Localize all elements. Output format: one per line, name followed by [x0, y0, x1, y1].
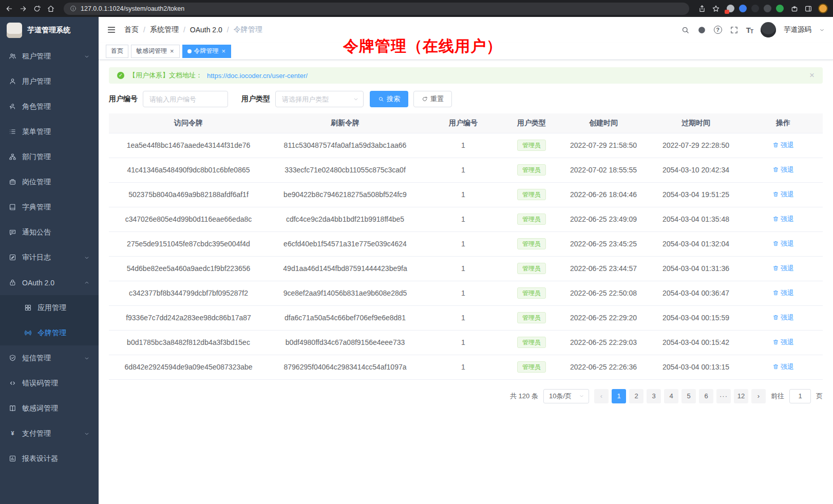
next-page-button[interactable]: › — [751, 389, 766, 403]
force-logout-button[interactable]: 强退 — [772, 338, 794, 347]
force-logout-button[interactable]: 强退 — [772, 313, 794, 322]
sidebar-item-label: 用户管理 — [22, 77, 90, 86]
table-row: 1ea5e44f8bc1467aaede43144f31de76811c5304… — [109, 133, 823, 158]
force-logout-label: 强退 — [781, 288, 794, 298]
page-button[interactable]: 3 — [647, 389, 661, 403]
alert-link[interactable]: https://doc.iocoder.cn/user-center/ — [207, 72, 308, 80]
chevron-up-icon — [84, 280, 90, 286]
page-button[interactable]: 5 — [681, 389, 696, 403]
extension-icon[interactable] — [739, 5, 747, 12]
user-id-input[interactable] — [143, 91, 228, 107]
users-icon — [9, 52, 16, 60]
chevron-down-icon[interactable] — [819, 27, 825, 33]
sidebar-item[interactable]: 菜单管理 — [0, 119, 99, 144]
sidebar-item[interactable]: 部门管理 — [0, 144, 99, 169]
sidebar-item[interactable]: 岗位管理 — [0, 169, 99, 195]
reset-button[interactable]: 重置 — [413, 91, 452, 107]
force-logout-label: 强退 — [781, 313, 794, 322]
sidebar-menu: 租户管理用户管理角色管理菜单管理部门管理岗位管理字典管理通知公告审计日志OAut… — [0, 44, 99, 471]
notice-icon — [9, 228, 16, 236]
help-icon[interactable]: ? — [714, 26, 722, 34]
bookmark-star-button[interactable] — [712, 5, 720, 13]
force-logout-button[interactable]: 强退 — [772, 190, 794, 199]
tab[interactable]: 敏感词管理× — [131, 45, 180, 58]
back-button[interactable] — [5, 5, 13, 13]
github-icon[interactable] — [697, 26, 706, 34]
expire-time-cell: 2054-03-04 01:35:48 — [648, 207, 744, 231]
breadcrumb-item[interactable]: 系统管理 — [150, 25, 179, 34]
user-type-tag: 管理员 — [517, 189, 546, 200]
side-panel-button[interactable] — [804, 5, 812, 13]
force-logout-button[interactable]: 强退 — [772, 165, 794, 175]
create-time-cell: 2022-06-25 22:26:36 — [559, 355, 648, 379]
sidebar-item-label: 岗位管理 — [22, 178, 90, 187]
sidebar-item[interactable]: 用户管理 — [0, 69, 99, 94]
sidebar-item[interactable]: ¥支付管理 — [0, 421, 99, 446]
tab[interactable]: 首页 — [106, 45, 128, 58]
app-logo[interactable]: 芋道管理系统 — [0, 17, 99, 44]
force-logout-button[interactable]: 强退 — [772, 215, 794, 224]
user-type-select[interactable] — [275, 91, 364, 107]
search-icon[interactable] — [681, 26, 690, 34]
extension-icon[interactable] — [776, 5, 784, 12]
force-logout-button[interactable]: 强退 — [772, 264, 794, 273]
more-pages-button[interactable]: ··· — [716, 389, 731, 403]
breadcrumb-separator: / — [227, 26, 229, 34]
sidebar-item[interactable]: OAuth 2.0 — [0, 270, 99, 295]
tab-label: 令牌管理 — [194, 47, 219, 55]
extension-icon[interactable] — [751, 5, 759, 12]
browser-profile-avatar[interactable] — [818, 4, 828, 13]
user-name[interactable]: 芋道源码 — [784, 25, 811, 34]
address-bar[interactable]: 127.0.0.1:1024/system/oauth2/token — [64, 3, 689, 15]
hamburger-icon[interactable] — [107, 25, 116, 34]
reload-button[interactable] — [33, 5, 41, 13]
goto-page-input[interactable] — [789, 389, 811, 403]
sidebar-item[interactable]: 字典管理 — [0, 195, 99, 220]
breadcrumb-item[interactable]: 首页 — [124, 25, 139, 34]
page-size-select[interactable]: 10条/页 — [543, 389, 589, 403]
sidebar-item[interactable]: 应用管理 — [0, 295, 99, 320]
force-logout-button[interactable]: 强退 — [772, 141, 794, 150]
force-logout-button[interactable]: 强退 — [772, 288, 794, 298]
tab-close-icon[interactable]: × — [169, 48, 175, 54]
alert-close-icon[interactable]: × — [809, 70, 815, 81]
sidebar-item[interactable]: 敏感词管理 — [0, 396, 99, 421]
extensions-puzzle-button[interactable] — [790, 5, 799, 13]
page-button[interactable]: 4 — [664, 389, 678, 403]
force-logout-button[interactable]: 强退 — [772, 362, 794, 372]
sidebar-item[interactable]: 错误码管理 — [0, 371, 99, 396]
share-button[interactable] — [698, 5, 706, 13]
breadcrumb-item[interactable]: OAuth 2.0 — [190, 26, 222, 34]
token-table: 访问令牌刷新令牌用户编号用户类型创建时间过期时间操作 1ea5e44f8bc14… — [109, 113, 823, 380]
forward-button[interactable] — [19, 5, 27, 13]
force-logout-button[interactable]: 强退 — [772, 239, 794, 248]
sidebar-item-label: 敏感词管理 — [22, 404, 90, 413]
sidebar-item[interactable]: 租户管理 — [0, 44, 99, 69]
sidebar-item[interactable]: 令牌管理 — [0, 320, 99, 345]
sidebar-item[interactable]: 报表设计器 — [0, 446, 99, 471]
site-info-icon[interactable] — [70, 5, 77, 12]
sidebar-item[interactable]: 通知公告 — [0, 220, 99, 245]
tab-close-icon[interactable]: × — [221, 48, 226, 54]
font-size-icon[interactable]: TT — [746, 26, 753, 34]
user-avatar[interactable] — [761, 22, 776, 37]
extension-icon[interactable] — [727, 5, 734, 12]
table-row: 6d842e2924594de9a09e45e087323abe8796295f… — [109, 355, 823, 379]
sidebar-item-label: 部门管理 — [22, 152, 90, 162]
page-button[interactable]: 12 — [734, 389, 748, 403]
extension-icon[interactable] — [764, 5, 771, 12]
tab-active[interactable]: 令牌管理× — [182, 45, 232, 58]
sidebar-item[interactable]: 角色管理 — [0, 94, 99, 119]
home-button[interactable] — [47, 5, 55, 13]
column-header: 访问令牌 — [109, 113, 268, 133]
pay-icon: ¥ — [9, 430, 16, 437]
fullscreen-icon[interactable] — [730, 26, 739, 34]
page-button[interactable]: 1 — [612, 389, 626, 403]
page-button[interactable]: 6 — [699, 389, 713, 403]
prev-page-button[interactable]: ‹ — [594, 389, 609, 403]
page-button[interactable]: 2 — [629, 389, 643, 403]
sidebar-item[interactable]: 审计日志 — [0, 245, 99, 270]
user-type-tag: 管理员 — [517, 337, 546, 348]
sidebar-item[interactable]: 短信管理 — [0, 345, 99, 371]
search-button[interactable]: 搜索 — [370, 91, 408, 107]
